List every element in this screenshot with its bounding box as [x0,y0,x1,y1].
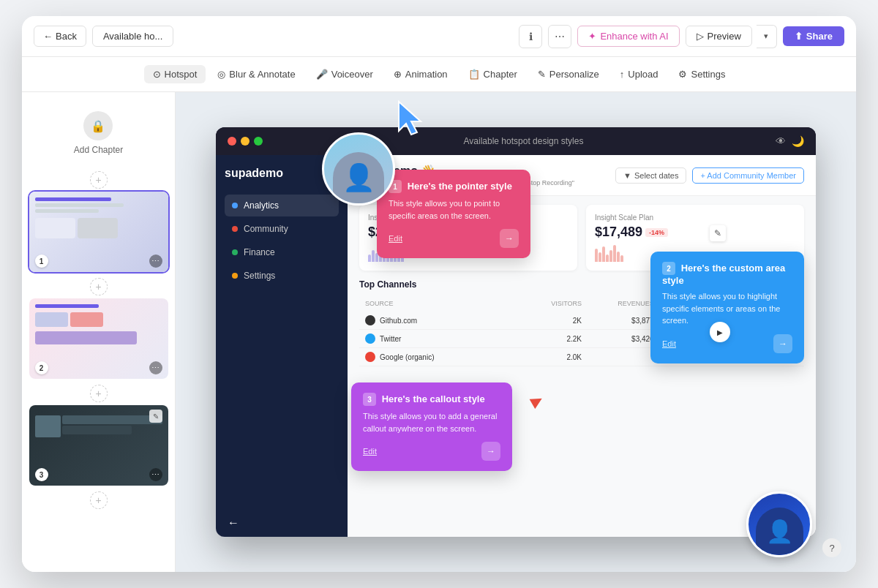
slide-menu-3[interactable]: ⋯ [149,468,162,481]
slide-number-2: 2 [35,361,48,374]
canvas-edit-button[interactable]: ✎ [710,225,726,241]
back-button[interactable]: ← Back [34,26,86,47]
slide-edit-icon-3[interactable]: ✎ [149,410,162,423]
hotspot-custom: 2 Here's the custom area style This styl… [650,252,804,363]
window-icons: 👁 🌙 [776,135,804,147]
hotspot-custom-next[interactable]: → [773,334,792,353]
tab-pill[interactable]: Available ho... [92,26,173,47]
slide-menu-1[interactable]: ⋯ [149,255,162,268]
nav-finance[interactable]: Finance [225,241,339,263]
cursor-arrow [395,98,432,138]
hotspot-pointer-body: This style allows you to point to specif… [389,197,519,222]
upload-icon: ↑ [620,69,625,80]
toolbar: ⊙ Hotspot ◎ Blur & Annotate 🎤 Voiceover … [22,57,856,92]
plus-separator-0[interactable]: + [90,171,108,189]
thumb-content-3-inner [29,405,168,486]
tool-hotspot[interactable]: ⊙ Hotspot [144,65,206,83]
moon-icon: 🌙 [792,135,804,147]
back-icon: ← [43,31,53,42]
hotspot-pointer-next[interactable]: → [500,229,519,248]
tool-voiceover[interactable]: 🎤 Voiceover [307,65,382,83]
dot-red [228,137,236,146]
avatar-top: 👤 [322,132,395,206]
nav-dot-analytics [232,203,238,208]
add-chapter-button[interactable]: 🔒 Add Chapter [67,104,130,162]
hotspot-icon: ⊙ [153,69,161,80]
col-revenues: REVENUES [582,300,654,307]
app-wrapper: ← Back Available ho... ℹ ⋯ ✦ Enhance wit… [22,16,856,572]
col-visitors: VISITORS [509,300,582,307]
info-button[interactable]: ℹ [519,25,542,48]
settings-icon: ⚙ [678,69,687,80]
hotspot-callout-body: This style allows you to add a general c… [363,410,500,434]
hotspot-callout-footer: Edit → [363,442,500,461]
eye-icon: 👁 [776,135,786,147]
add-member-btn[interactable]: + Add Community Member [692,167,804,184]
blur-icon: ◎ [217,69,225,80]
more-button[interactable]: ⋯ [548,25,571,48]
top-bar-right: ℹ ⋯ ✦ Enhance with AI ▷ Preview ▾ ⬆ Shar… [519,25,844,48]
hotspot-callout-title: 3 Here's the callout style [363,393,500,406]
stat-badge-2: -14% [645,228,668,237]
add-chapter-label: Add Chapter [74,145,123,155]
filter-dates-btn[interactable]: ▼ Select dates [615,167,686,184]
animation-label: Animation [405,69,448,80]
nav-dot-community [232,226,238,232]
tool-chapter[interactable]: 📋 Chapter [459,65,526,83]
window-dots [228,137,263,146]
enhance-button[interactable]: ✦ Enhance with AI [577,26,679,47]
chapter-icon: 📋 [468,69,480,80]
slide-thumb-2 [29,298,168,379]
filter-label: Select dates [634,171,679,180]
hotspot-callout-edit[interactable]: Edit [363,447,377,456]
help-button[interactable]: ? [822,538,841,557]
tool-settings[interactable]: ⚙ Settings [669,65,734,83]
window-titlebar: Available hotspot design styles 👁 🌙 [216,127,816,155]
preview-chevron[interactable]: ▾ [757,25,777,48]
nav-community[interactable]: Community [225,218,339,240]
preview-button[interactable]: ▷ Preview [686,26,752,47]
filter-icon: ▼ [623,171,631,180]
top-bar: ← Back Available ho... ℹ ⋯ ✦ Enhance wit… [22,16,856,57]
inner-back-arrow[interactable]: ← [228,516,239,529]
share-icon: ⬆ [795,31,803,42]
dot-green [254,137,263,146]
hotspot-callout-next[interactable]: → [481,442,500,461]
inner-actions: ▼ Select dates + Add Community Member [615,167,804,184]
voiceover-label: Voiceover [331,69,373,80]
tool-personalize[interactable]: ✎ Personalize [529,65,608,83]
nav-analytics[interactable]: Analytics [225,195,339,216]
avatar-bottom-right: 👤 [746,491,812,557]
plus-separator-1[interactable]: + [90,278,108,295]
nav-dot-finance [232,249,238,255]
hotspot-custom-title: 2 Here's the custom area style [662,262,792,286]
play-button[interactable]: ▶ [710,322,730,342]
dot-yellow [241,137,249,146]
share-button[interactable]: ⬆ Share [783,26,844,46]
personalize-icon: ✎ [538,69,546,80]
nav-settings[interactable]: Settings [225,265,339,287]
hotspot-custom-edit[interactable]: Edit [662,339,676,348]
personalize-label: Personalize [549,69,599,80]
hotspot-pointer-edit[interactable]: Edit [389,234,402,243]
upload-label: Upload [628,69,658,80]
slide-menu-2[interactable]: ⋯ [149,361,162,374]
top-bar-left: ← Back Available ho... [34,26,173,47]
main-content: 🔒 Add Chapter + 1 [22,92,856,572]
tool-blur[interactable]: ◎ Blur & Annotate [209,65,304,83]
plus-separator-3[interactable]: + [90,491,108,509]
hotspot-pointer-footer: Edit → [389,229,519,248]
slide-item-2[interactable]: 2 ⋯ [29,298,168,379]
tool-animation[interactable]: ⊕ Animation [385,65,457,83]
logo-google [365,352,375,362]
share-label: Share [806,31,833,42]
slide-item-1[interactable]: 1 ⋯ [29,192,168,272]
thumb-content-2-inner [29,298,168,379]
tool-upload[interactable]: ↑ Upload [611,65,667,83]
slide-item-3[interactable]: ✎ 3 ⋯ [29,405,168,486]
voiceover-icon: 🎤 [316,69,328,80]
svg-marker-0 [399,102,421,135]
slide-thumb-3 [29,405,168,486]
back-label: Back [56,31,77,42]
plus-separator-2[interactable]: + [90,385,108,402]
